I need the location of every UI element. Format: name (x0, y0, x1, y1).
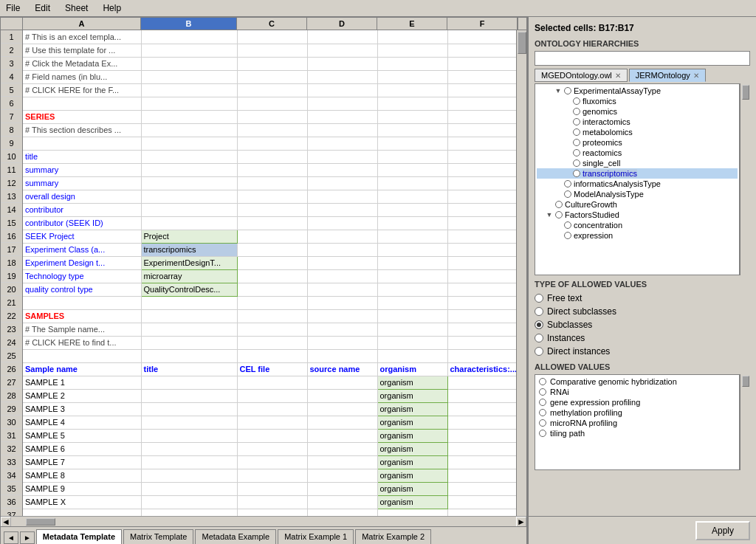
allowed-val-item[interactable]: methylation profiling (537, 407, 738, 418)
cell-r33-c0[interactable]: SAMPLE 7 (23, 455, 141, 469)
cell-r2-c1[interactable] (141, 44, 237, 57)
tree-item-factorsstudied[interactable]: ▼FactorsStudied (537, 210, 738, 220)
cell-r18-c0[interactable]: Experiment Design t... (23, 256, 141, 269)
cell-r12-c4[interactable] (377, 176, 447, 190)
cell-r8-c2[interactable] (237, 123, 307, 137)
grid-area[interactable]: # This is an excel templa...# Use this t… (23, 30, 516, 516)
cell-r8-c5[interactable] (447, 123, 516, 137)
cell-r34-c1[interactable] (141, 469, 237, 482)
cell-r10-c5[interactable] (447, 150, 516, 163)
tree-radio-experimentalassaytype[interactable] (564, 87, 571, 94)
cell-r36-c0[interactable]: SAMPLE X (23, 495, 141, 509)
cell-r7-c3[interactable] (307, 110, 377, 123)
cell-r15-c4[interactable] (377, 216, 447, 230)
allowed-val-radio[interactable] (539, 388, 546, 396)
cell-r24-c1[interactable] (141, 336, 237, 349)
cell-r32-c2[interactable] (237, 442, 307, 455)
cell-r14-c1[interactable] (141, 203, 237, 216)
cell-r35-c1[interactable] (141, 482, 237, 495)
cell-r20-c3[interactable] (307, 283, 377, 296)
tree-radio-metabolomics[interactable] (573, 128, 580, 136)
cell-r32-c1[interactable] (141, 442, 237, 455)
cell-r27-c0[interactable]: SAMPLE 1 (23, 376, 141, 389)
cell-r11-c4[interactable] (377, 163, 447, 176)
cell-r22-c5[interactable] (447, 309, 516, 323)
cell-r28-c1[interactable] (141, 389, 237, 402)
tree-item-proteomics[interactable]: proteomics (537, 137, 738, 148)
cell-r37-c2[interactable] (237, 509, 307, 516)
cell-r14-c4[interactable] (377, 203, 447, 216)
cell-r7-c0[interactable]: SERIES (23, 110, 141, 123)
cell-r5-c3[interactable] (307, 83, 377, 97)
cell-r10-c0[interactable]: title (23, 150, 141, 163)
cell-r21-c5[interactable] (447, 296, 516, 309)
allowed-val-item[interactable]: tiling path (537, 428, 738, 438)
tree-scrollbar[interactable] (740, 83, 750, 275)
cell-r29-c5[interactable] (447, 402, 516, 416)
scrollbar-horizontal[interactable]: ◄ ► (1, 516, 526, 526)
cell-r26-c3[interactable]: source name (307, 362, 377, 376)
tree-item-single_cell[interactable]: single_cell (537, 158, 738, 168)
cell-r33-c2[interactable] (237, 455, 307, 469)
cell-r13-c5[interactable] (447, 190, 516, 203)
cell-r27-c1[interactable] (141, 376, 237, 389)
cell-r9-c1[interactable] (141, 137, 237, 150)
tree-item-reactomics[interactable]: reactomics (537, 148, 738, 158)
cell-r35-c3[interactable] (307, 482, 377, 495)
cell-r15-c5[interactable] (447, 216, 516, 230)
cell-r5-c1[interactable] (141, 83, 237, 97)
cell-r25-c2[interactable] (237, 349, 307, 362)
cell-r25-c1[interactable] (141, 349, 237, 362)
tree-radio-expression[interactable] (564, 232, 571, 239)
cell-r11-c0[interactable]: summary (23, 163, 141, 176)
menu-file[interactable]: File (3, 1, 23, 15)
cell-r10-c4[interactable] (377, 150, 447, 163)
cell-r3-c0[interactable]: # Click the Metadata Ex... (23, 57, 141, 70)
radio-subclasses[interactable]: Subclasses (535, 318, 750, 331)
cell-r13-c3[interactable] (307, 190, 377, 203)
cell-r13-c4[interactable] (377, 190, 447, 203)
cell-r20-c0[interactable]: quality control type (23, 283, 141, 296)
cell-r6-c0[interactable] (23, 97, 141, 110)
ontology-tree[interactable]: ▼ExperimentalAssayTypefluxomicsgenomicsi… (535, 83, 740, 275)
cell-r24-c2[interactable] (237, 336, 307, 349)
tree-radio-factorsstudied[interactable] (555, 211, 563, 218)
cell-r9-c3[interactable] (307, 137, 377, 150)
cell-r20-c5[interactable] (447, 283, 516, 296)
cell-r15-c1[interactable] (141, 216, 237, 230)
cell-r5-c4[interactable] (377, 83, 447, 97)
cell-r26-c1[interactable]: title (141, 362, 237, 376)
radio-direct-subclasses[interactable]: Direct subclasses (535, 305, 750, 318)
tab-jerm-ontology[interactable]: JERMOntology ✕ (629, 69, 706, 82)
cell-r7-c2[interactable] (237, 110, 307, 123)
tree-radio-concentration[interactable] (564, 221, 571, 229)
cell-r23-c0[interactable]: # The Sample name... (23, 323, 141, 336)
tab-metadata-example[interactable]: Metadata Example (195, 529, 276, 544)
cell-r33-c1[interactable] (141, 455, 237, 469)
cell-r6-c3[interactable] (307, 97, 377, 110)
tree-item-culturegrowth[interactable]: CultureGrowth (537, 199, 738, 210)
cell-r1-c5[interactable] (447, 30, 516, 44)
tree-expand-icon[interactable]: ▼ (546, 211, 553, 218)
cell-r33-c4[interactable]: organism (377, 455, 447, 469)
cell-r34-c2[interactable] (237, 469, 307, 482)
cell-r36-c4[interactable]: organism (377, 495, 447, 509)
cell-r24-c0[interactable]: # CLICK HERE to find t... (23, 336, 141, 349)
cell-r7-c4[interactable] (377, 110, 447, 123)
cell-r30-c1[interactable] (141, 416, 237, 429)
cell-r5-c5[interactable] (447, 83, 516, 97)
allowed-val-item[interactable]: RNAi (537, 387, 738, 397)
cell-r1-c4[interactable] (377, 30, 447, 44)
cell-r2-c2[interactable] (237, 44, 307, 57)
tree-item-fluxomics[interactable]: fluxomics (537, 96, 738, 106)
cell-r2-c0[interactable]: # Use this template for ... (23, 44, 141, 57)
tab-mged-ontology[interactable]: MGEDOntology.owl ✕ (535, 69, 628, 82)
menu-edit[interactable]: Edit (32, 1, 53, 15)
cell-r26-c0[interactable]: Sample name (23, 362, 141, 376)
cell-r25-c3[interactable] (307, 349, 377, 362)
tree-item-metabolomics[interactable]: metabolomics (537, 127, 738, 137)
cell-r34-c3[interactable] (307, 469, 377, 482)
tree-radio-single_cell[interactable] (573, 159, 580, 167)
cell-r34-c4[interactable]: organism (377, 469, 447, 482)
tree-item-expression[interactable]: expression (537, 230, 738, 241)
